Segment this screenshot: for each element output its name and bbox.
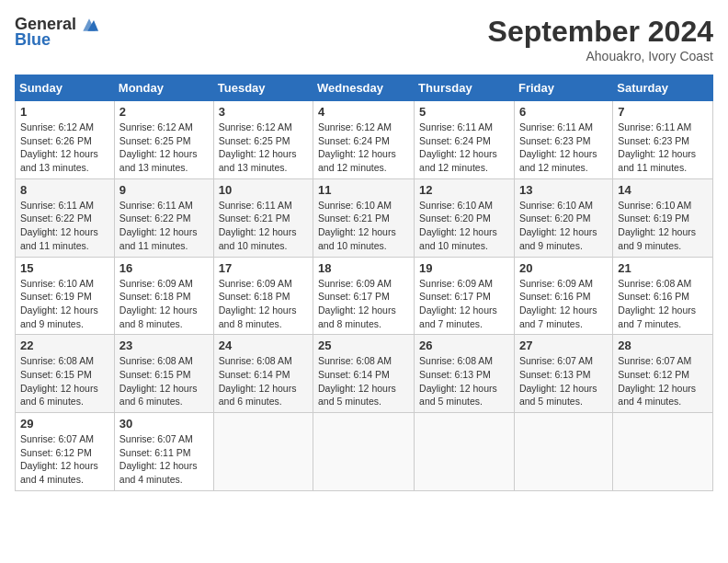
col-saturday: Saturday <box>613 75 713 101</box>
day-2: 2 Sunrise: 6:12 AMSunset: 6:25 PMDayligh… <box>114 101 213 179</box>
col-wednesday: Wednesday <box>313 75 415 101</box>
day-23: 23 Sunrise: 6:08 AMSunset: 6:15 PMDaylig… <box>114 335 213 413</box>
day-24: 24 Sunrise: 6:08 AMSunset: 6:14 PMDaylig… <box>213 335 313 413</box>
day-20: 20 Sunrise: 6:09 AMSunset: 6:16 PMDaylig… <box>514 257 612 335</box>
day-15: 15 Sunrise: 6:10 AMSunset: 6:19 PMDaylig… <box>16 257 115 335</box>
week-4: 22 Sunrise: 6:08 AMSunset: 6:15 PMDaylig… <box>16 335 713 413</box>
empty-cell-3 <box>415 413 515 491</box>
month-title: September 2024 <box>488 15 713 49</box>
col-monday: Monday <box>114 75 213 101</box>
day-3: 3 Sunrise: 6:12 AMSunset: 6:25 PMDayligh… <box>213 101 313 179</box>
empty-cell-2 <box>313 413 415 491</box>
day-17: 17 Sunrise: 6:09 AMSunset: 6:18 PMDaylig… <box>213 257 313 335</box>
day-11: 11 Sunrise: 6:10 AMSunset: 6:21 PMDaylig… <box>313 178 415 257</box>
empty-cell-1 <box>213 413 313 491</box>
logo: General Blue <box>15 15 98 50</box>
col-thursday: Thursday <box>415 75 515 101</box>
day-19: 19 Sunrise: 6:09 AMSunset: 6:17 PMDaylig… <box>415 257 515 335</box>
day-14: 14 Sunrise: 6:10 AMSunset: 6:19 PMDaylig… <box>613 178 713 257</box>
col-sunday: Sunday <box>16 75 115 101</box>
day-27: 27 Sunrise: 6:07 AMSunset: 6:13 PMDaylig… <box>514 335 612 413</box>
day-25: 25 Sunrise: 6:08 AMSunset: 6:14 PMDaylig… <box>313 335 415 413</box>
day-28: 28 Sunrise: 6:07 AMSunset: 6:12 PMDaylig… <box>613 335 713 413</box>
calendar-table: Sunday Monday Tuesday Wednesday Thursday… <box>15 75 713 491</box>
week-5: 29 Sunrise: 6:07 AMSunset: 6:12 PMDaylig… <box>16 413 713 491</box>
location-subtitle: Ahouakro, Ivory Coast <box>488 49 713 63</box>
logo-blue-text: Blue <box>15 30 51 50</box>
day-30: 30 Sunrise: 6:07 AMSunset: 6:11 PMDaylig… <box>114 413 213 491</box>
week-3: 15 Sunrise: 6:10 AMSunset: 6:19 PMDaylig… <box>16 257 713 335</box>
day-10: 10 Sunrise: 6:11 AMSunset: 6:21 PMDaylig… <box>213 178 313 257</box>
day-8: 8 Sunrise: 6:11 AMSunset: 6:22 PMDayligh… <box>16 178 115 257</box>
day-1: 1 Sunrise: 6:12 AMSunset: 6:26 PMDayligh… <box>16 101 115 179</box>
empty-cell-5 <box>613 413 713 491</box>
day-16: 16 Sunrise: 6:09 AMSunset: 6:18 PMDaylig… <box>114 257 213 335</box>
day-6: 6 Sunrise: 6:11 AMSunset: 6:23 PMDayligh… <box>514 101 612 179</box>
day-13: 13 Sunrise: 6:10 AMSunset: 6:20 PMDaylig… <box>514 178 612 257</box>
empty-cell-4 <box>514 413 612 491</box>
day-9: 9 Sunrise: 6:11 AMSunset: 6:22 PMDayligh… <box>114 178 213 257</box>
calendar-header-row: Sunday Monday Tuesday Wednesday Thursday… <box>16 75 713 101</box>
week-2: 8 Sunrise: 6:11 AMSunset: 6:22 PMDayligh… <box>16 178 713 257</box>
day-5: 5 Sunrise: 6:11 AMSunset: 6:24 PMDayligh… <box>415 101 515 179</box>
day-26: 26 Sunrise: 6:08 AMSunset: 6:13 PMDaylig… <box>415 335 515 413</box>
col-tuesday: Tuesday <box>213 75 313 101</box>
logo-icon <box>80 16 98 34</box>
week-1: 1 Sunrise: 6:12 AMSunset: 6:26 PMDayligh… <box>16 101 713 179</box>
day-22: 22 Sunrise: 6:08 AMSunset: 6:15 PMDaylig… <box>16 335 115 413</box>
col-friday: Friday <box>514 75 612 101</box>
day-21: 21 Sunrise: 6:08 AMSunset: 6:16 PMDaylig… <box>613 257 713 335</box>
day-7: 7 Sunrise: 6:11 AMSunset: 6:23 PMDayligh… <box>613 101 713 179</box>
page-header: General Blue September 2024 Ahouakro, Iv… <box>15 15 713 63</box>
day-12: 12 Sunrise: 6:10 AMSunset: 6:20 PMDaylig… <box>415 178 515 257</box>
day-4: 4 Sunrise: 6:12 AMSunset: 6:24 PMDayligh… <box>313 101 415 179</box>
day-18: 18 Sunrise: 6:09 AMSunset: 6:17 PMDaylig… <box>313 257 415 335</box>
title-section: September 2024 Ahouakro, Ivory Coast <box>488 15 713 63</box>
day-29: 29 Sunrise: 6:07 AMSunset: 6:12 PMDaylig… <box>16 413 115 491</box>
